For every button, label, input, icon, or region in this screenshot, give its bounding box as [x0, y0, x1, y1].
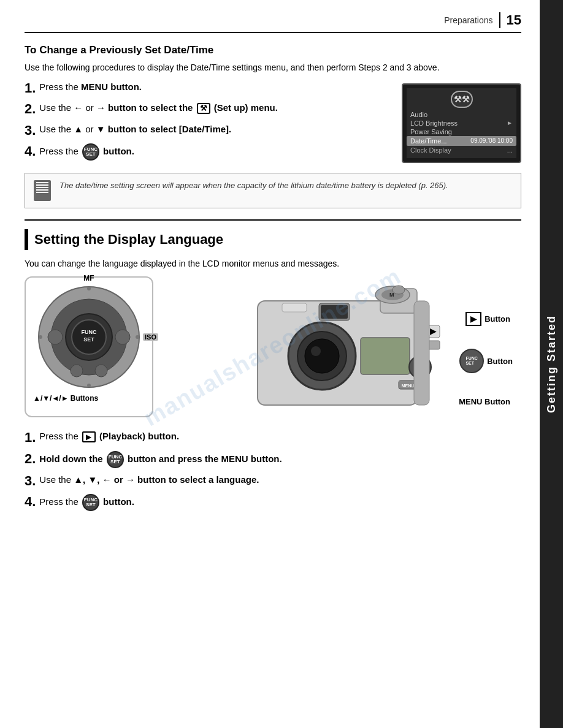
s2-step-1-number: 1.	[25, 430, 36, 446]
menu-button-label: MENU Button	[459, 397, 510, 406]
callout-playback: ▶ Button	[465, 312, 510, 326]
menu-item-clock: Clock Display ...	[407, 146, 516, 154]
menu-screenshot-inner: ⚒⚒ Audio LCD Brightness ► Power Saving	[407, 88, 516, 158]
menu-item-datetime-highlighted: Date/Time... 09.09.'08 10:00	[407, 136, 516, 146]
step-4: 4. Press the FUNCSET button.	[25, 143, 389, 161]
s2-step-3-number: 3.	[25, 473, 36, 489]
step-2-text: Use the ← or → button to select the ⚒ (S…	[39, 101, 389, 114]
svg-rect-27	[361, 338, 410, 374]
step-4-text: Press the FUNCSET button.	[39, 143, 389, 161]
menu-item-lcd: LCD Brightness ►	[407, 119, 516, 127]
page-container: Preparations 15 To Change a Previously S…	[0, 0, 563, 728]
section-label: Preparations	[444, 15, 492, 25]
playback-button-label: Button	[484, 314, 510, 324]
s2-step-2-number: 2.	[25, 451, 36, 467]
section2-body: You can change the language displayed in…	[25, 257, 521, 270]
step-3: 3. Use the ▲ or ▼ button to select [Date…	[25, 123, 389, 138]
section2-step-1: 1. Press the ▶ (Playback) button.	[25, 430, 521, 446]
camera-svg: M FUNC SET MENU	[209, 276, 466, 417]
step-2: 2. Use the ← or → button to select the ⚒…	[25, 101, 389, 117]
func-set-inline: FUNCSET	[82, 143, 99, 161]
page-number: 15	[499, 12, 521, 28]
section1-body: Use the following procedures to display …	[25, 61, 521, 74]
mf-label: MF	[83, 274, 94, 282]
playback-inline-icon: ▶	[82, 431, 96, 442]
svg-rect-36	[414, 301, 429, 405]
svg-point-10	[87, 287, 91, 290]
dial-box: MF ▲ ▼ ◄ ► ISO	[25, 276, 153, 417]
func-inline-icon-2: FUNCSET	[82, 494, 99, 511]
svg-rect-26	[282, 303, 307, 312]
s2-step-2-text: Hold down the FUNCSET button and press t…	[39, 451, 521, 468]
func-inline-icon: FUNCSET	[107, 451, 124, 468]
note-icon	[33, 180, 52, 202]
svg-text:SET: SET	[83, 336, 94, 343]
svg-text:▶: ▶	[430, 327, 437, 336]
s2-step-1-text: Press the ▶ (Playback) button.	[39, 430, 521, 442]
svg-point-19	[311, 346, 321, 356]
svg-point-4	[115, 330, 130, 344]
camera-diagram: manualshareonline.com MF ▲ ▼ ◄ ►	[25, 276, 521, 417]
page-header: Preparations 15	[25, 12, 521, 33]
playback-box-icon: ▶	[465, 312, 481, 326]
step-1-number: 1.	[25, 80, 36, 96]
menu-screenshot: ⚒⚒ Audio LCD Brightness ► Power Saving	[402, 83, 521, 163]
camera-img-box: M FUNC SET MENU	[153, 276, 521, 417]
top-section: 1. Press the MENU button. 2. Use the ← o…	[25, 80, 521, 165]
svg-rect-21	[321, 305, 348, 319]
svg-point-11	[87, 384, 91, 387]
step-3-text: Use the ▲ or ▼ button to select [Date/Ti…	[39, 123, 389, 135]
section2-step-4: 4. Press the FUNCSET button.	[25, 494, 521, 511]
step-1-text: Press the MENU button.	[39, 80, 389, 93]
arrows-label: ▲/▼/◄/► Buttons	[33, 394, 145, 403]
svg-point-3	[48, 330, 63, 344]
step-4-number: 4.	[25, 143, 36, 159]
svg-point-13	[136, 335, 139, 339]
svg-point-12	[39, 335, 42, 339]
func-button-label: Button	[487, 357, 513, 366]
step-1: 1. Press the MENU button.	[25, 80, 389, 96]
setup-icon: ⚒	[197, 103, 210, 114]
svg-point-6	[95, 365, 107, 377]
section2-title: Setting the Display Language	[25, 229, 521, 250]
dial-area: MF ▲ ▼ ◄ ► ISO	[37, 285, 141, 389]
note-box: The date/time setting screen will appear…	[25, 173, 521, 208]
section-display-language: Setting the Display Language You can cha…	[25, 229, 521, 511]
section2-step-2: 2. Hold down the FUNCSET button and pres…	[25, 451, 521, 468]
menu-item-power: Power Saving	[407, 127, 516, 136]
svg-point-5	[71, 365, 83, 377]
section-change-datetime: To Change a Previously Set Date/Time Use…	[25, 44, 521, 208]
setup-menu-icon: ⚒⚒	[451, 91, 473, 108]
section2-step-3: 3. Use the ▲, ▼, ← or → button to select…	[25, 473, 521, 489]
right-side-tab: Getting Started	[540, 0, 563, 728]
svg-text:MENU: MENU	[402, 384, 415, 388]
note-text: The date/time setting screen will appear…	[59, 180, 448, 192]
dial-svg: FUNC SET	[37, 285, 141, 389]
section1-title: To Change a Previously Set Date/Time	[25, 44, 521, 56]
steps-column: 1. Press the MENU button. 2. Use the ← o…	[25, 80, 389, 165]
step-3-number: 3.	[25, 123, 36, 138]
side-tab-label: Getting Started	[545, 315, 558, 413]
s2-step-3-text: Use the ▲, ▼, ← or → button to select a …	[39, 473, 521, 486]
step-2-number: 2.	[25, 101, 36, 117]
svg-text:M: M	[389, 292, 394, 298]
svg-point-25	[393, 286, 405, 294]
s2-step-4-number: 4.	[25, 494, 36, 510]
menu-icon-top: ⚒⚒	[407, 88, 516, 108]
callout-funcset: FUNCSET Button	[459, 349, 513, 373]
main-content: Preparations 15 To Change a Previously S…	[0, 0, 540, 728]
callout-menu: MENU Button	[459, 397, 510, 406]
menu-item-audio: Audio	[407, 110, 516, 119]
svg-point-18	[305, 339, 339, 373]
svg-text:FUNC: FUNC	[82, 329, 97, 335]
note-icon-graphic	[34, 180, 51, 201]
s2-step-4-text: Press the FUNCSET button.	[39, 494, 521, 511]
func-set-callout-icon: FUNCSET	[459, 349, 484, 373]
section-divider	[25, 219, 521, 221]
